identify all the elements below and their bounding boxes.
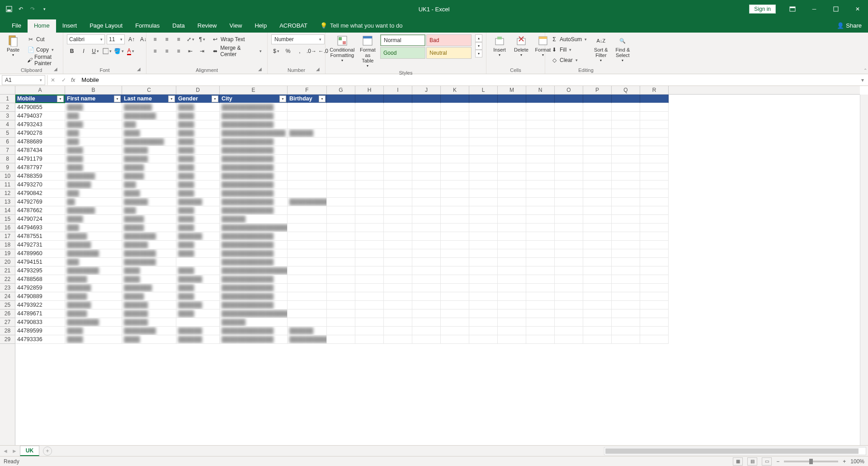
cell[interactable] [583, 95, 612, 103]
cell[interactable] [288, 258, 327, 266]
cell[interactable] [355, 206, 384, 215]
cell[interactable]: ████ [176, 215, 220, 223]
cell[interactable]: █████████████ [220, 163, 288, 172]
cell[interactable] [355, 95, 384, 103]
row-header-6[interactable]: 6 [0, 138, 15, 146]
cell[interactable]: █████████████ [220, 258, 288, 266]
align-right-icon[interactable]: ≡ [174, 46, 184, 56]
cell[interactable]: ████████ [65, 318, 122, 327]
cell[interactable]: 44794037 [15, 112, 65, 120]
cell[interactable]: █████ [122, 292, 176, 301]
style-good[interactable]: Good [380, 47, 425, 59]
merge-center-button[interactable]: ⬌Merge & Center [210, 46, 264, 56]
cell[interactable] [583, 138, 612, 146]
cell[interactable] [355, 335, 384, 344]
cell[interactable] [640, 309, 669, 318]
cell[interactable] [583, 163, 612, 172]
cell[interactable] [355, 318, 384, 327]
font-color-button[interactable]: A [126, 46, 136, 56]
tab-page-layout[interactable]: Page Layout [83, 19, 129, 33]
cell[interactable]: ████ [176, 155, 220, 163]
column-header-P[interactable]: P [583, 86, 612, 94]
cell[interactable] [384, 335, 412, 344]
cell[interactable]: 44792859 [15, 284, 65, 292]
share-button[interactable]: 👤 Share [830, 19, 868, 33]
cell[interactable] [498, 120, 526, 129]
cell[interactable] [412, 223, 441, 232]
cell[interactable] [498, 223, 526, 232]
cell[interactable]: ████ [176, 249, 220, 258]
cell[interactable]: ████ [65, 327, 122, 335]
cell[interactable] [327, 335, 355, 344]
cell[interactable] [498, 301, 526, 309]
cell[interactable]: 44790842 [15, 189, 65, 198]
cell[interactable] [555, 198, 583, 206]
percent-format-button[interactable]: % [283, 46, 293, 56]
filter-dropdown-icon[interactable]: ▼ [168, 95, 175, 102]
cell[interactable] [583, 292, 612, 301]
cell[interactable] [526, 318, 555, 327]
cell[interactable]: First name▼ [65, 95, 122, 103]
row-header-17[interactable]: 17 [0, 232, 15, 241]
cell[interactable]: ████████████████ [220, 129, 288, 138]
bold-button[interactable]: B [67, 46, 77, 56]
cell[interactable] [469, 120, 498, 129]
cell[interactable]: 44790833 [15, 318, 65, 327]
cell[interactable]: 44788359 [15, 172, 65, 181]
cell[interactable] [441, 301, 469, 309]
cell[interactable] [640, 258, 669, 266]
cell[interactable] [640, 301, 669, 309]
cell[interactable]: █████ [65, 309, 122, 318]
cell[interactable]: ████ [65, 146, 122, 155]
cell[interactable] [441, 215, 469, 223]
cell[interactable] [498, 309, 526, 318]
cell[interactable] [384, 258, 412, 266]
cell[interactable] [640, 206, 669, 215]
cell[interactable] [583, 249, 612, 258]
tab-home[interactable]: Home [28, 19, 56, 33]
cell[interactable] [526, 198, 555, 206]
cell[interactable] [355, 163, 384, 172]
cell[interactable] [583, 172, 612, 181]
cell[interactable] [441, 181, 469, 189]
cell[interactable] [441, 155, 469, 163]
cell[interactable] [288, 301, 327, 309]
cell[interactable] [469, 95, 498, 103]
cell[interactable] [640, 292, 669, 301]
cut-button[interactable]: ✂Cut [25, 34, 59, 44]
qat-customize-icon[interactable]: ▾ [40, 5, 49, 14]
cell[interactable] [412, 318, 441, 327]
text-direction-button[interactable]: ¶ [197, 34, 207, 44]
cell[interactable]: ████ [122, 275, 176, 284]
cell[interactable] [526, 189, 555, 198]
cell[interactable] [355, 138, 384, 146]
cell[interactable] [327, 172, 355, 181]
cell[interactable]: Last name▼ [122, 95, 176, 103]
cell[interactable] [441, 327, 469, 335]
cell[interactable] [288, 103, 327, 112]
cell[interactable] [498, 249, 526, 258]
cell[interactable] [612, 172, 640, 181]
cell[interactable]: ██████ [65, 284, 122, 292]
cell[interactable] [355, 275, 384, 284]
cell[interactable] [612, 103, 640, 112]
cell[interactable] [288, 232, 327, 241]
cell[interactable]: 44792769 [15, 198, 65, 206]
cell[interactable] [583, 189, 612, 198]
cell[interactable] [583, 241, 612, 249]
row-header-26[interactable]: 26 [0, 309, 15, 318]
minimize-icon[interactable]: ─ [804, 0, 825, 18]
cell[interactable] [412, 95, 441, 103]
row-header-24[interactable]: 24 [0, 292, 15, 301]
cell[interactable] [288, 189, 327, 198]
cell[interactable] [640, 215, 669, 223]
cell[interactable]: ██████ [288, 129, 327, 138]
cell[interactable] [640, 155, 669, 163]
filter-dropdown-icon[interactable]: ▼ [319, 95, 326, 102]
column-header-E[interactable]: E [220, 86, 288, 94]
cell[interactable] [640, 112, 669, 120]
row-header-12[interactable]: 12 [0, 189, 15, 198]
cell[interactable] [526, 163, 555, 172]
cell[interactable] [469, 181, 498, 189]
cell[interactable]: ████ [176, 163, 220, 172]
